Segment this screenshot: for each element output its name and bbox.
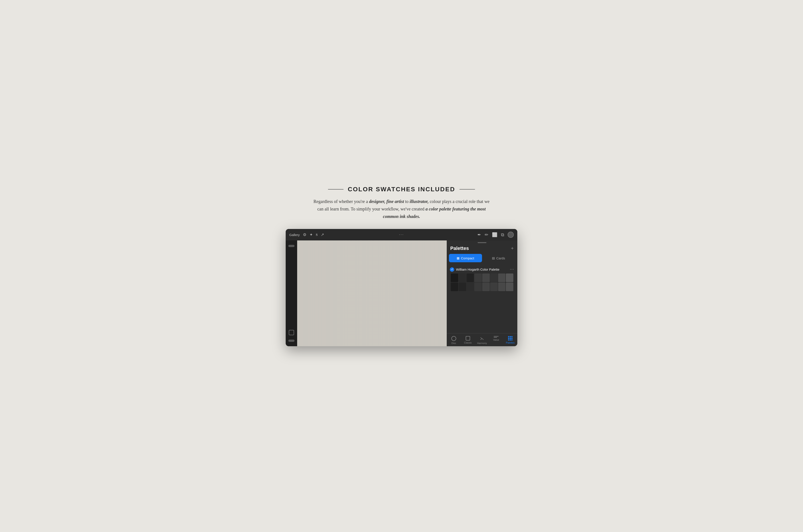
eraser-icon[interactable]: ⬜ <box>492 232 497 238</box>
panel-tabs: ▦ Compact ▤ Cards <box>447 254 517 265</box>
swatch-10[interactable] <box>459 283 466 291</box>
app-screenshot: Gallery ⚙ ✦ S ↗ ··· ✒ ✏ ⬜ ⧉ <box>286 229 517 346</box>
title-rule-left <box>328 189 344 190</box>
palettes-grid-icon <box>508 336 512 341</box>
palette-check-icon <box>450 267 454 272</box>
classic-icon <box>466 336 470 341</box>
palette-more-button[interactable]: ··· <box>510 267 514 272</box>
tab-palettes[interactable]: Palettes <box>503 335 517 345</box>
toolbar-center-dots: ··· <box>399 232 404 237</box>
compact-tab-icon: ▦ <box>457 256 459 260</box>
swatch-2[interactable] <box>459 273 466 282</box>
compact-tab-label: Compact <box>461 256 474 260</box>
canvas-area[interactable] <box>297 241 447 346</box>
subtitle-text: Regardless of whether you're a designer,… <box>311 198 492 220</box>
value-icon <box>494 336 498 338</box>
swatch-1[interactable] <box>451 273 458 282</box>
gallery-button[interactable]: Gallery <box>289 233 300 237</box>
swatch-9[interactable] <box>451 283 458 291</box>
canvas-texture <box>297 241 447 346</box>
disc-tab-label: Disc <box>451 342 456 344</box>
bottom-tabs: Disc Classic ⋋ Harmony <box>447 333 517 346</box>
panel-header: Palettes + <box>447 244 517 254</box>
sidebar-handle-bottom[interactable] <box>288 340 294 342</box>
drag-bar <box>478 242 487 243</box>
harmony-icon: ⋋ <box>480 336 484 341</box>
swatch-12[interactable] <box>474 283 482 291</box>
classic-tab-label: Classic <box>464 341 472 344</box>
settings-icon[interactable]: ⚙ <box>303 232 306 237</box>
left-sidebar <box>286 241 297 346</box>
header-section: COLOR SWATCHES INCLUDED Regardless of wh… <box>311 186 492 220</box>
cards-tab-icon: ▤ <box>492 256 495 260</box>
palette-item-header: William Hogarth Color Palette ··· <box>450 267 514 272</box>
toolbar-right: ✒ ✏ ⬜ ⧉ <box>477 232 514 238</box>
cards-tab-label: Cards <box>496 256 505 260</box>
swatch-5[interactable] <box>482 273 490 282</box>
swatch-4[interactable] <box>474 273 482 282</box>
disc-icon <box>451 336 456 341</box>
pen-icon[interactable]: ✒ <box>477 232 481 238</box>
sidebar-square-btn[interactable] <box>289 330 294 335</box>
app-toolbar: Gallery ⚙ ✦ S ↗ ··· ✒ ✏ ⬜ ⧉ <box>286 229 517 241</box>
swatches-grid <box>451 273 513 291</box>
swatch-11[interactable] <box>467 283 474 291</box>
magic-icon[interactable]: ✦ <box>310 232 313 237</box>
value-line-2 <box>494 337 497 338</box>
sidebar-handle-top[interactable] <box>288 245 294 247</box>
palette-name: William Hogarth Color Palette <box>456 268 508 271</box>
swatch-13[interactable] <box>482 283 490 291</box>
swatch-15[interactable] <box>498 283 506 291</box>
page-container: COLOR SWATCHES INCLUDED Regardless of wh… <box>269 186 534 346</box>
app-main: Palettes + ▦ Compact ▤ Cards <box>286 241 517 346</box>
share-icon[interactable]: ↗ <box>321 232 324 237</box>
value-tab-label: Value <box>493 339 499 341</box>
swatch-14[interactable] <box>490 283 498 291</box>
swatch-8[interactable] <box>506 273 513 282</box>
toolbar-left: Gallery ⚙ ✦ S ↗ <box>289 232 324 237</box>
tab-classic[interactable]: Classic <box>461 335 475 345</box>
swatch-3[interactable] <box>467 273 474 282</box>
panel-add-button[interactable]: + <box>511 245 514 251</box>
swatch-7[interactable] <box>498 273 506 282</box>
panel-title: Palettes <box>450 246 469 251</box>
tab-harmony[interactable]: ⋋ Harmony <box>475 335 489 345</box>
palettes-tab-label: Palettes <box>506 341 515 344</box>
color-circle[interactable] <box>508 232 514 238</box>
brush-icon[interactable]: ✏ <box>485 232 488 238</box>
panel-drag-handle[interactable] <box>447 241 517 244</box>
tab-compact[interactable]: ▦ Compact <box>449 254 482 262</box>
tab-cards[interactable]: ▤ Cards <box>482 254 515 262</box>
palettes-panel: Palettes + ▦ Compact ▤ Cards <box>447 241 517 346</box>
harmony-tab-label: Harmony <box>477 342 487 344</box>
value-line-1 <box>494 336 498 337</box>
undo-icon[interactable]: S <box>316 233 318 237</box>
swatch-6[interactable] <box>490 273 498 282</box>
layers-icon[interactable]: ⧉ <box>501 232 504 238</box>
tab-disc[interactable]: Disc <box>447 335 461 345</box>
tab-value[interactable]: Value <box>489 335 503 345</box>
swatch-16[interactable] <box>506 283 513 291</box>
title-line: COLOR SWATCHES INCLUDED <box>311 186 492 193</box>
palette-item: William Hogarth Color Palette ··· <box>447 265 517 293</box>
main-title: COLOR SWATCHES INCLUDED <box>348 186 455 193</box>
title-rule-right <box>459 189 475 190</box>
